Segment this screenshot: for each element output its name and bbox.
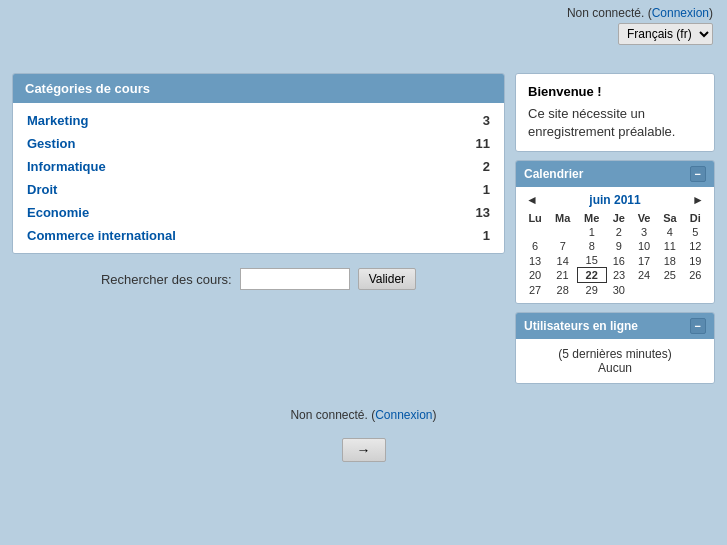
connexion-link[interactable]: Connexion (652, 6, 709, 20)
category-row[interactable]: Marketing 3 (13, 109, 504, 132)
calendar-day[interactable]: 28 (548, 283, 577, 298)
category-count: 1 (470, 228, 490, 243)
calendar-day[interactable]: 4 (657, 225, 683, 239)
calendar-day[interactable]: 14 (548, 253, 577, 268)
calendar-day[interactable]: 15 (577, 253, 606, 268)
calendar-day (522, 225, 548, 239)
calendar-day[interactable]: 18 (657, 253, 683, 268)
welcome-text: Ce site nécessite un enregistrement préa… (528, 105, 702, 141)
calendar-day[interactable]: 16 (606, 253, 631, 268)
calendar-day[interactable]: 6 (522, 239, 548, 253)
footer-button[interactable]: → (342, 438, 386, 462)
main-wrapper: Catégories de cours Marketing 3 Gestion … (0, 73, 727, 394)
calendar-day[interactable]: 7 (548, 239, 577, 253)
users-online-header: Utilisateurs en ligne − (516, 313, 714, 339)
category-count: 3 (470, 113, 490, 128)
users-online-value: Aucun (524, 361, 706, 375)
calendar-day-header: Me (577, 211, 606, 225)
category-count: 13 (470, 205, 490, 220)
calendar-day[interactable]: 13 (522, 253, 548, 268)
calendar-day-header: Sa (657, 211, 683, 225)
calendar-day[interactable]: 2 (606, 225, 631, 239)
calendar-day[interactable]: 27 (522, 283, 548, 298)
calendar-prev-btn[interactable]: ◄ (522, 193, 542, 207)
top-bar: Non connecté. (Connexion) (0, 0, 727, 20)
category-name[interactable]: Informatique (27, 159, 470, 174)
calendar-day[interactable]: 30 (606, 283, 631, 298)
category-row[interactable]: Commerce international 1 (13, 224, 504, 247)
users-online-sublabel: (5 dernières minutes) (524, 347, 706, 361)
calendar-day[interactable]: 1 (577, 225, 606, 239)
calendar-minimize-btn[interactable]: − (690, 166, 706, 182)
calendar-day[interactable]: 9 (606, 239, 631, 253)
calendar-day[interactable]: 29 (577, 283, 606, 298)
category-name[interactable]: Marketing (27, 113, 470, 128)
categories-box: Catégories de cours Marketing 3 Gestion … (12, 73, 505, 254)
calendar-day[interactable]: 17 (631, 253, 656, 268)
calendar-day[interactable]: 3 (631, 225, 656, 239)
category-row[interactable]: Informatique 2 (13, 155, 504, 178)
calendar-day (657, 283, 683, 298)
category-row[interactable]: Gestion 11 (13, 132, 504, 155)
category-name[interactable]: Droit (27, 182, 470, 197)
calendar-box: Calendrier − ◄ juin 2011 ► LuMaMeJeVeSaD… (515, 160, 715, 304)
calendar-day[interactable]: 11 (657, 239, 683, 253)
calendar-day-header: Ma (548, 211, 577, 225)
footer-not-connected: Non connecté. (Connexion) (0, 408, 727, 422)
calendar-inner: ◄ juin 2011 ► LuMaMeJeVeSaDi123456789101… (516, 187, 714, 303)
calendar-day[interactable]: 23 (606, 268, 631, 283)
category-row[interactable]: Economie 13 (13, 201, 504, 224)
category-count: 11 (470, 136, 490, 151)
search-button[interactable]: Valider (358, 268, 416, 290)
calendar-header: Calendrier − (516, 161, 714, 187)
search-row: Rechercher des cours: Valider (12, 254, 505, 304)
category-row[interactable]: Droit 1 (13, 178, 504, 201)
calendar-day[interactable]: 21 (548, 268, 577, 283)
calendar-day[interactable]: 24 (631, 268, 656, 283)
calendar-day[interactable]: 10 (631, 239, 656, 253)
calendar-day[interactable]: 25 (657, 268, 683, 283)
calendar-day[interactable]: 20 (522, 268, 548, 283)
calendar-day (631, 283, 656, 298)
calendar-day[interactable]: 8 (577, 239, 606, 253)
calendar-day (548, 225, 577, 239)
categories-header: Catégories de cours (13, 74, 504, 103)
calendar-day-header: Ve (631, 211, 656, 225)
calendar-title: Calendrier (524, 167, 583, 181)
search-label: Rechercher des cours: (101, 272, 232, 287)
categories-list: Marketing 3 Gestion 11 Informatique 2 Dr… (13, 103, 504, 253)
right-column: Bienvenue ! Ce site nécessite un enregis… (515, 73, 715, 384)
search-input[interactable] (240, 268, 350, 290)
calendar-day[interactable]: 19 (683, 253, 708, 268)
calendar-next-btn[interactable]: ► (688, 193, 708, 207)
welcome-title: Bienvenue ! (528, 84, 702, 99)
calendar-day-header: Lu (522, 211, 548, 225)
calendar-day[interactable]: 12 (683, 239, 708, 253)
calendar-day[interactable]: 26 (683, 268, 708, 283)
calendar-nav: ◄ juin 2011 ► (522, 193, 708, 207)
not-connected-label: Non connecté. (567, 6, 644, 20)
calendar-table: LuMaMeJeVeSaDi12345678910111213141516171… (522, 211, 708, 297)
category-name[interactable]: Commerce international (27, 228, 470, 243)
category-name[interactable]: Economie (27, 205, 470, 220)
users-online-title: Utilisateurs en ligne (524, 319, 638, 333)
footer-connexion-link[interactable]: Connexion (375, 408, 432, 422)
welcome-box: Bienvenue ! Ce site nécessite un enregis… (515, 73, 715, 152)
calendar-day-header: Je (606, 211, 631, 225)
category-count: 1 (470, 182, 490, 197)
calendar-day (683, 283, 708, 298)
category-count: 2 (470, 159, 490, 174)
calendar-day[interactable]: 5 (683, 225, 708, 239)
calendar-day-header: Di (683, 211, 708, 225)
language-selector[interactable]: Français (fr) (618, 23, 713, 45)
calendar-month: juin 2011 (589, 193, 640, 207)
users-minimize-btn[interactable]: − (690, 318, 706, 334)
footer: Non connecté. (Connexion) → (0, 394, 727, 470)
category-name[interactable]: Gestion (27, 136, 470, 151)
calendar-day[interactable]: 22 (577, 268, 606, 283)
users-online-box: Utilisateurs en ligne − (5 dernières min… (515, 312, 715, 384)
left-column: Catégories de cours Marketing 3 Gestion … (12, 73, 505, 304)
users-online-inner: (5 dernières minutes) Aucun (516, 339, 714, 383)
